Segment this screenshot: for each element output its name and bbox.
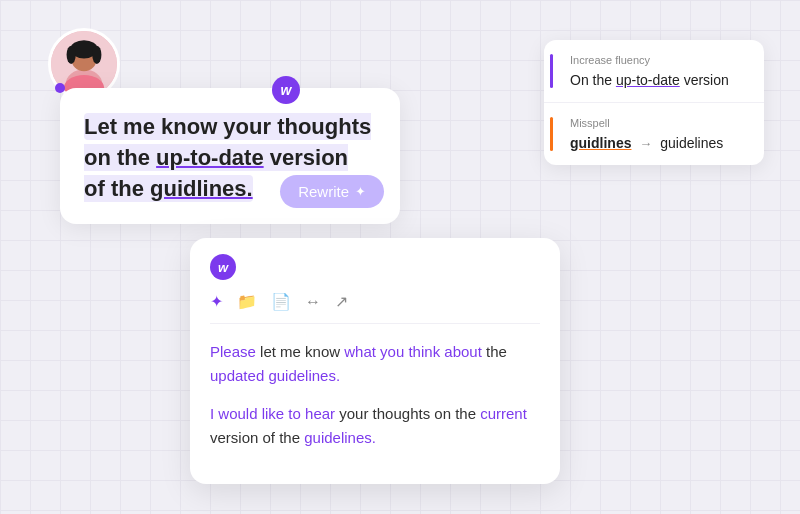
grammarly-w-icon: w — [281, 82, 292, 98]
rewrite-label: Rewrite — [298, 183, 349, 200]
suggestion-misspell[interactable]: Misspell guidlines → guidelines — [544, 103, 764, 165]
popup-toolbar: ✦ 📁 📄 ↔ ↗ — [210, 292, 540, 324]
fluency-label: Increase fluency — [570, 54, 748, 66]
rewrite-popup: w ✦ 📁 📄 ↔ ↗ Please let me know what you … — [190, 238, 560, 484]
option1-the: the — [482, 343, 507, 360]
text-up-to-date: up-to-date — [156, 145, 264, 170]
misspell-from: guidlines — [570, 135, 631, 151]
popup-grammarly-w-icon: w — [218, 260, 228, 275]
grammarly-badge: w — [272, 76, 300, 104]
misspell-bar — [550, 117, 553, 151]
option2-guidelines: guidelines. — [304, 429, 376, 446]
rewrite-option-1[interactable]: Please let me know what you think about … — [210, 340, 540, 388]
suggestion-fluency[interactable]: Increase fluency On the up-to-date versi… — [544, 40, 764, 103]
suggestion-fluency-inner: Increase fluency On the up-to-date versi… — [560, 54, 748, 88]
arrow-toolbar-icon[interactable]: ↗ — [335, 292, 348, 311]
text-editor-card: w Let me know your thoughts on the up-to… — [60, 88, 400, 224]
popup-grammarly-badge: w — [210, 254, 236, 280]
svg-point-5 — [92, 46, 101, 64]
option1-please: Please — [210, 343, 256, 360]
sparkle-toolbar-icon[interactable]: ✦ — [210, 292, 223, 311]
text-line2-end: version — [264, 145, 348, 170]
text-line3-prefix: of the — [84, 176, 150, 201]
fluency-text: On the up-to-date version — [570, 72, 748, 88]
option1-guidelines: updated guidelines. — [210, 367, 340, 384]
option1-let: let me know — [256, 343, 344, 360]
selection-handle-tl — [55, 83, 65, 93]
option2-current: current — [480, 405, 527, 422]
misspell-text: guidlines → guidelines — [570, 135, 748, 151]
folder-toolbar-icon[interactable]: 📁 — [237, 292, 257, 311]
fluency-bar — [550, 54, 553, 88]
option2-hear: I would like to hear — [210, 405, 335, 422]
option2-thoughts: your thoughts on the — [335, 405, 480, 422]
text-line2-prefix: on the — [84, 145, 156, 170]
misspell-label: Misspell — [570, 117, 748, 129]
expand-toolbar-icon[interactable]: ↔ — [305, 293, 321, 311]
text-line1: Let me know your thoughts — [84, 114, 371, 139]
option2-version: version of the — [210, 429, 304, 446]
suggestions-card: Increase fluency On the up-to-date versi… — [544, 40, 764, 165]
briefcase-toolbar-icon[interactable]: 📄 — [271, 292, 291, 311]
text-guidlines: guidlines. — [150, 176, 253, 201]
sparkle-icon: ✦ — [355, 184, 366, 199]
option1-think: what you think about — [344, 343, 482, 360]
suggestion-misspell-inner: Misspell guidlines → guidelines — [560, 117, 748, 151]
misspell-arrow: → — [639, 136, 652, 151]
rewrite-button[interactable]: Rewrite ✦ — [280, 175, 384, 208]
fluency-underline: up-to-date — [616, 72, 680, 88]
rewrite-option-2[interactable]: I would like to hear your thoughts on th… — [210, 402, 540, 450]
svg-point-4 — [67, 46, 76, 64]
misspell-to: guidelines — [660, 135, 723, 151]
